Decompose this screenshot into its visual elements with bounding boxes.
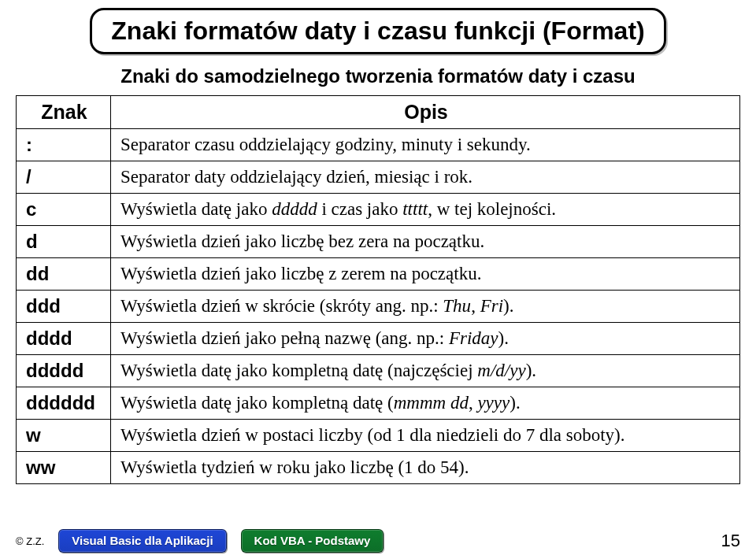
cell-znak: c — [17, 194, 111, 226]
cell-opis: Wyświetla dzień jako pełną nazwę (ang. n… — [111, 323, 740, 355]
table-row: dddddWyświetla datę jako kompletną datę … — [17, 355, 740, 387]
table-row: :Separator czasu oddzielający godziny, m… — [17, 129, 740, 161]
cell-opis: Wyświetla dzień jako liczbę bez zera na … — [111, 226, 740, 258]
table-row: dWyświetla dzień jako liczbę bez zera na… — [17, 226, 740, 258]
title-box: Znaki formatów daty i czasu funkcji (For… — [90, 8, 665, 54]
cell-znak: dd — [17, 258, 111, 291]
cell-znak: ddddd — [17, 355, 111, 387]
cell-opis: Wyświetla dzień w skrócie (skróty ang. n… — [111, 291, 740, 323]
footer-pill-topic: Kod VBA - Podstawy — [241, 529, 384, 553]
cell-opis: Wyświetla dzień jako liczbę z zerem na p… — [111, 258, 740, 291]
page-number: 15 — [721, 531, 740, 551]
table-row: wwWyświetla tydzień w roku jako liczbę (… — [17, 452, 740, 484]
table-row: dddWyświetla dzień w skrócie (skróty ang… — [17, 291, 740, 323]
header-znak: Znak — [17, 96, 111, 129]
table-row: /Separator daty oddzielający dzień, mies… — [17, 161, 740, 194]
table-row: ddddddWyświetla datę jako kompletną datę… — [17, 387, 740, 420]
cell-opis: Wyświetla dzień w postaci liczby (od 1 d… — [111, 420, 740, 452]
cell-opis: Wyświetla datę jako ddddd i czas jako tt… — [111, 194, 740, 226]
table-row: ddWyświetla dzień jako liczbę z zerem na… — [17, 258, 740, 291]
footer-pill-course: Visual Basic dla Aplikacji — [58, 529, 226, 553]
cell-opis: Separator daty oddzielający dzień, miesi… — [111, 161, 740, 194]
cell-znak: ddd — [17, 291, 111, 323]
table-header-row: Znak Opis — [17, 96, 740, 129]
cell-znak: dddd — [17, 323, 111, 355]
table-row: ddddWyświetla dzień jako pełną nazwę (an… — [17, 323, 740, 355]
table-row: wWyświetla dzień w postaci liczby (od 1 … — [17, 420, 740, 452]
page-title: Znaki formatów daty i czasu funkcji (For… — [111, 17, 644, 46]
cell-opis: Separator czasu oddzielający godziny, mi… — [111, 129, 740, 161]
header-opis: Opis — [111, 96, 740, 129]
cell-opis: Wyświetla datę jako kompletną datę (mmmm… — [111, 387, 740, 420]
footer: © Z.Z. Visual Basic dla Aplikacji Kod VB… — [0, 529, 756, 553]
copyright: © Z.Z. — [16, 535, 44, 547]
cell-znak: dddddd — [17, 387, 111, 420]
table-caption: Znaki do samodzielnego tworzenia formató… — [16, 65, 740, 87]
cell-znak: w — [17, 420, 111, 452]
cell-znak: / — [17, 161, 111, 194]
cell-znak: d — [17, 226, 111, 258]
format-table: Znak Opis :Separator czasu oddzielający … — [16, 95, 740, 484]
cell-opis: Wyświetla tydzień w roku jako liczbę (1 … — [111, 452, 740, 484]
cell-opis: Wyświetla datę jako kompletną datę (najc… — [111, 355, 740, 387]
cell-znak: : — [17, 129, 111, 161]
table-row: cWyświetla datę jako ddddd i czas jako t… — [17, 194, 740, 226]
cell-znak: ww — [17, 452, 111, 484]
